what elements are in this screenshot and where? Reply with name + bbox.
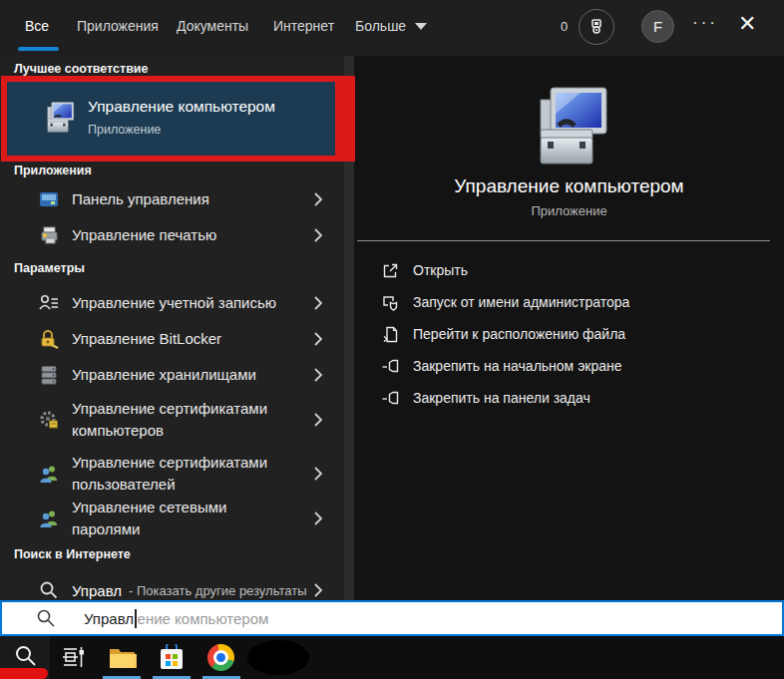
result-label: Управление учетной записью xyxy=(72,292,276,314)
best-match-result[interactable]: Управление компьютером Приложение xyxy=(7,82,335,156)
lock-key-icon xyxy=(38,328,60,350)
search-results-panel: Лучшее соответствие xyxy=(0,56,354,600)
search-icon xyxy=(14,644,37,667)
divider xyxy=(357,240,770,241)
user-avatar[interactable]: F xyxy=(641,10,674,43)
storage-stack-icon xyxy=(38,364,60,386)
action-open[interactable]: Открыть xyxy=(354,254,784,286)
search-icon xyxy=(36,608,56,628)
chevron-right-icon[interactable] xyxy=(310,331,326,347)
section-header-best-match: Лучшее соответствие xyxy=(14,62,148,76)
tab-more[interactable]: Больше xyxy=(355,18,427,34)
search-icon xyxy=(38,579,60,601)
active-tab-underline xyxy=(18,47,59,51)
microsoft-store-button[interactable] xyxy=(159,644,185,671)
scrollbar-track[interactable] xyxy=(344,56,354,600)
chevron-right-icon[interactable] xyxy=(310,582,326,598)
tab-all[interactable]: Все xyxy=(25,18,49,34)
tab-apps[interactable]: Приложения xyxy=(77,18,159,34)
tab-more-label: Больше xyxy=(355,18,406,34)
close-icon[interactable]: ✕ xyxy=(738,11,756,37)
microsoft-store-icon xyxy=(159,644,185,671)
pin-icon xyxy=(381,357,400,376)
control-panel-icon xyxy=(38,188,60,210)
rewards-points-count: 0 xyxy=(561,19,568,34)
text-cursor xyxy=(135,609,137,628)
result-network-passwords[interactable]: Управление сетевыми паролями xyxy=(0,501,344,536)
chevron-right-icon[interactable] xyxy=(310,367,326,383)
preview-title: Управление компьютером xyxy=(354,175,784,197)
action-pin-to-start[interactable]: Закрепить на начальном экране xyxy=(354,350,784,382)
file-explorer-button[interactable] xyxy=(108,644,137,671)
result-storage-management[interactable]: Управление хранилищами xyxy=(0,357,344,393)
chrome-button[interactable] xyxy=(207,644,234,671)
result-label: Управление сетевыми паролями xyxy=(72,497,296,540)
web-search-suffix: - Показать другие результаты xyxy=(129,583,306,598)
result-label: Управление сертификатами пользователей xyxy=(72,452,296,496)
pin-icon xyxy=(381,389,400,408)
result-label: Управление сертификатами компьютеров xyxy=(72,398,296,442)
action-pin-to-taskbar[interactable]: Закрепить на панели задач xyxy=(354,382,784,414)
rewards-button[interactable] xyxy=(579,9,614,45)
file-location-icon xyxy=(381,325,400,344)
more-options-button[interactable]: ··· xyxy=(692,13,718,33)
red-annotation-highlight xyxy=(0,668,48,679)
trophy-icon xyxy=(587,17,606,37)
section-header-web-search: Поиск в Интернете xyxy=(14,547,131,561)
computer-management-icon-large xyxy=(519,86,614,173)
chevron-right-icon[interactable] xyxy=(310,191,326,207)
gear-certificate-icon xyxy=(38,409,60,431)
chevron-right-icon[interactable] xyxy=(310,227,326,243)
result-bitlocker-management[interactable]: Управление BitLocker xyxy=(0,321,344,357)
avatar-initial: F xyxy=(653,18,662,35)
two-users-icon xyxy=(38,508,60,529)
computer-management-icon xyxy=(39,101,77,137)
result-label: Управление BitLocker xyxy=(72,328,221,350)
chevron-right-icon[interactable] xyxy=(310,295,326,311)
chevron-right-icon[interactable] xyxy=(310,466,326,482)
search-typed-text: Управл xyxy=(84,610,134,627)
context-actions: Открыть Запуск от имени администратора П… xyxy=(354,254,784,414)
taskbar xyxy=(0,636,784,679)
tab-documents[interactable]: Документы xyxy=(177,18,248,34)
preview-subtitle: Приложение xyxy=(354,203,784,218)
windows-search-flyout: Все Приложения Документы Интернет Больше… xyxy=(0,0,784,679)
chevron-right-icon[interactable] xyxy=(310,510,326,526)
best-match-title: Управление компьютером xyxy=(88,98,275,116)
printer-icon xyxy=(38,224,60,246)
best-match-subtitle: Приложение xyxy=(88,123,161,137)
section-header-settings: Параметры xyxy=(14,261,85,275)
chevron-right-icon[interactable] xyxy=(310,412,326,428)
result-account-management[interactable]: Управление учетной записью xyxy=(0,285,344,321)
search-input[interactable]: Управл ение компьютером xyxy=(0,600,784,636)
open-icon xyxy=(381,261,400,280)
tab-web[interactable]: Интернет xyxy=(273,18,334,34)
two-users-icon xyxy=(38,463,60,485)
result-user-certificates[interactable]: Управление сертификатами пользователей xyxy=(0,447,344,501)
chevron-down-icon xyxy=(415,23,427,30)
action-label: Закрепить на начальном экране xyxy=(413,358,622,374)
result-label: Управление хранилищами xyxy=(72,364,256,386)
result-computer-certificates[interactable]: Управление сертификатами компьютеров xyxy=(0,393,344,447)
action-label: Перейти к расположению файла xyxy=(413,326,625,342)
redacted-taskbar-item xyxy=(247,640,309,675)
search-suggestion-text: ение компьютером xyxy=(138,610,269,627)
search-filter-tabbar: Все Приложения Документы Интернет Больше… xyxy=(0,0,784,56)
task-view-button[interactable] xyxy=(62,645,86,669)
result-label: Управление печатью xyxy=(72,224,216,246)
shield-icon xyxy=(381,293,400,312)
action-label: Запуск от имени администратора xyxy=(413,294,629,310)
section-header-apps: Приложения xyxy=(14,164,92,177)
preview-panel: Управление компьютером Приложение Открыт… xyxy=(354,56,784,600)
web-search-query: Управл xyxy=(72,582,122,599)
action-open-file-location[interactable]: Перейти к расположению файла xyxy=(354,318,784,350)
action-label: Открыть xyxy=(413,262,468,278)
account-icon xyxy=(38,292,60,314)
result-print-management[interactable]: Управление печатью xyxy=(0,217,344,253)
action-run-as-admin[interactable]: Запуск от имени администратора xyxy=(354,286,784,318)
result-control-panel[interactable]: Панель управления xyxy=(0,181,344,217)
result-label: Панель управления xyxy=(72,188,209,210)
action-label: Закрепить на панели задач xyxy=(413,390,590,406)
